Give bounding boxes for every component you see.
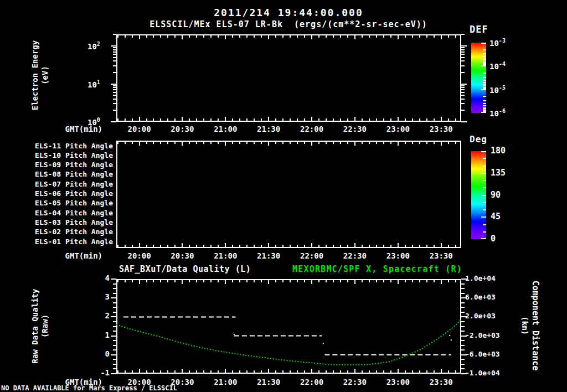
def-cb-tick-label: 10-5	[489, 85, 506, 95]
data-quality-stray-point	[449, 335, 450, 336]
x-minor-tick	[218, 118, 219, 121]
pitch-angle-panel	[116, 141, 461, 248]
cb-major-tick	[481, 151, 486, 152]
p1-y-axis-label-line2: (eV)	[41, 66, 49, 85]
x-minor-tick	[203, 35, 204, 38]
x-minor-tick	[246, 370, 248, 373]
x-minor-tick	[383, 280, 384, 282]
y-minor-tick	[113, 87, 116, 88]
p3-title-right: MEXORBMC/SPF X, Spacecraft (R)	[292, 265, 462, 274]
x-minor-tick	[196, 142, 197, 144]
x-tick-label: 22:00	[300, 252, 323, 260]
y-minor-tick	[113, 99, 116, 100]
x-major-tick	[182, 243, 183, 247]
x-minor-tick	[362, 280, 363, 282]
x-minor-tick	[304, 142, 305, 144]
x-major-tick	[182, 369, 183, 373]
x-major-tick	[311, 243, 312, 247]
x-minor-tick	[117, 142, 118, 144]
x-minor-tick	[153, 142, 154, 144]
x-minor-tick	[297, 118, 298, 121]
x-tick-label: 21:00	[214, 378, 237, 386]
deg-colorbar-title: Deg	[470, 135, 487, 145]
x-minor-tick	[239, 118, 240, 121]
x-minor-tick	[232, 370, 233, 373]
x-minor-tick	[340, 118, 341, 121]
cb-minor-tick	[483, 231, 486, 233]
y-minor-tick	[113, 321, 116, 322]
x-minor-tick	[196, 280, 197, 282]
y-minor-tick	[461, 47, 465, 48]
x-major-tick	[225, 35, 226, 39]
x-minor-tick	[174, 35, 176, 38]
x-minor-tick	[125, 245, 126, 247]
cb-minor-tick	[483, 166, 486, 167]
x-minor-tick	[189, 142, 190, 144]
x-minor-tick	[426, 35, 427, 38]
x-minor-tick	[426, 370, 427, 373]
x-minor-tick	[254, 245, 255, 247]
cb-minor-tick	[483, 80, 486, 81]
x-minor-tick	[412, 142, 413, 144]
data-quality-stray-point	[323, 343, 324, 344]
x-minor-tick	[261, 370, 262, 373]
x-minor-tick	[153, 118, 154, 121]
x-minor-tick	[153, 35, 154, 38]
els-row-label: ELS-02 Pitch Angle	[35, 228, 113, 236]
x-minor-tick	[246, 245, 248, 247]
y-minor-tick	[461, 103, 465, 104]
x-minor-tick	[132, 245, 133, 247]
y-minor-tick	[113, 359, 116, 360]
x-minor-tick	[390, 370, 391, 373]
x-minor-tick	[347, 35, 348, 38]
x-minor-tick	[405, 35, 406, 38]
x-minor-tick	[275, 142, 276, 144]
x-minor-tick	[282, 35, 284, 38]
x-minor-tick	[189, 245, 190, 247]
x-minor-tick	[196, 370, 197, 373]
y-minor-tick	[461, 293, 465, 294]
x-major-tick	[441, 369, 442, 373]
x-minor-tick	[132, 118, 133, 121]
x-minor-tick	[434, 118, 435, 121]
x-minor-tick	[146, 280, 147, 282]
cb-minor-tick	[483, 100, 486, 101]
y-minor-tick	[113, 312, 116, 313]
p1-y-tick-label: 101	[87, 79, 100, 89]
x-minor-tick	[254, 142, 255, 144]
x-minor-tick	[254, 118, 255, 121]
y-minor-tick	[461, 340, 465, 341]
y-minor-tick	[113, 110, 116, 111]
x-tick-label: 20:00	[127, 125, 151, 133]
p3-y-right-tick-label: -2.0e+03	[465, 332, 500, 339]
x-minor-tick	[405, 280, 406, 282]
x-major-tick	[268, 142, 269, 146]
x-minor-tick	[333, 370, 334, 373]
x-major-tick	[311, 142, 312, 146]
x-minor-tick	[405, 245, 406, 247]
y-minor-tick	[113, 60, 116, 61]
deg-cb-tick-label: 90	[491, 190, 501, 200]
x-minor-tick	[167, 245, 168, 247]
x-minor-tick	[390, 118, 391, 121]
x-minor-tick	[282, 142, 284, 144]
x-minor-tick	[239, 370, 240, 373]
x-minor-tick	[218, 370, 219, 373]
x-minor-tick	[376, 142, 377, 144]
p3-y-left-tick-label: 1	[93, 331, 110, 339]
x-minor-tick	[304, 118, 305, 121]
x-tick-label: 20:00	[127, 252, 151, 260]
cb-minor-tick	[483, 111, 486, 112]
cb-major-tick	[481, 65, 486, 66]
y-minor-tick	[113, 95, 116, 96]
def-colorbar-title: DEF	[470, 24, 488, 35]
y-minor-tick	[113, 288, 116, 289]
x-minor-tick	[347, 142, 348, 144]
p3-y-left-tick-label: 2	[93, 312, 110, 320]
cb-minor-tick	[483, 60, 486, 61]
x-minor-tick	[117, 370, 118, 373]
x-minor-tick	[153, 245, 154, 247]
els-row-label: ELS-10 Pitch Angle	[35, 152, 113, 159]
els-row-label: ELS-05 Pitch Angle	[35, 199, 113, 207]
x-tick-label: 20:30	[171, 252, 194, 260]
